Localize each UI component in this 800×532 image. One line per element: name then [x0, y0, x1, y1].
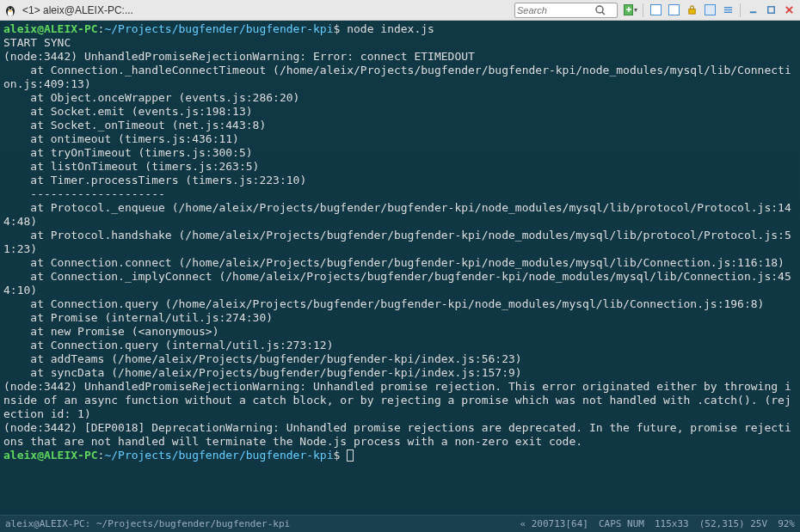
statusbar: aleix@ALEIX-PC: ~/Projects/bugfender/bug… — [0, 515, 800, 532]
new-session-icon[interactable]: ▾ — [623, 3, 638, 18]
output-line: at Connection.query (/home/aleix/Project… — [3, 297, 764, 310]
close-icon[interactable] — [781, 3, 797, 18]
output-line: -------------------- — [3, 187, 165, 200]
cursor — [347, 449, 354, 462]
output-line: at Object.onceWrapper (events.js:286:20) — [3, 91, 299, 104]
toolbar-icons: ▾ — [623, 3, 797, 18]
list-icon[interactable] — [720, 3, 735, 18]
svg-rect-8 — [688, 9, 694, 15]
command: node index.js — [347, 22, 434, 35]
output-line: at Protocol.handshake (/home/aleix/Proje… — [3, 229, 791, 255]
output-line: at Socket.emit (events.js:198:13) — [3, 105, 253, 118]
output-line: at Timer.processTimers (timers.js:223:10… — [3, 174, 306, 187]
prompt-user: aleix@ALEIX-PC — [3, 449, 98, 462]
view-icon[interactable] — [702, 3, 717, 18]
status-size: 115x33 — [655, 518, 689, 529]
output-line: at syncData (/home/aleix/Projects/bugfen… — [3, 366, 522, 379]
paste-icon[interactable] — [666, 3, 681, 18]
output-line: at Connection.connect (/home/aleix/Proje… — [3, 256, 785, 269]
titlebar: <1> aleix@ALEIX-PC:... ▾ — [0, 0, 800, 21]
svg-point-2 — [8, 8, 9, 9]
terminal-output[interactable]: aleix@ALEIX-PC:~/Projects/bugfender/bugf… — [0, 21, 800, 515]
prompt-path: ~/Projects/bugfender/bugfender-kpi — [104, 22, 333, 35]
status-path: aleix@ALEIX-PC: ~/Projects/bugfender/bug… — [5, 518, 520, 529]
output-line: at tryOnTimeout (timers.js:300:5) — [3, 146, 253, 159]
prompt-user: aleix@ALEIX-PC — [3, 22, 98, 35]
search-input[interactable] — [517, 5, 594, 15]
window-title: <1> aleix@ALEIX-PC:... — [22, 4, 133, 16]
svg-line-5 — [602, 12, 605, 15]
search-box[interactable] — [514, 3, 618, 18]
output-line: at addTeams (/home/aleix/Projects/bugfen… — [3, 352, 522, 365]
svg-rect-13 — [767, 7, 773, 13]
lock-icon[interactable] — [684, 3, 699, 18]
search-icon[interactable] — [594, 4, 606, 16]
tux-icon — [3, 3, 17, 17]
status-caps: CAPS NUM — [599, 518, 644, 529]
output-line: at Connection.query (internal/util.js:27… — [3, 339, 334, 352]
output-line: at Connection._handleConnectTimeout (/ho… — [3, 64, 791, 90]
output-line: at new Promise (<anonymous>) — [3, 325, 218, 338]
minimize-icon[interactable] — [745, 3, 760, 18]
status-encoding: « 200713[64] — [520, 518, 588, 529]
output-line: at listOnTimeout (timers.js:263:5) — [3, 160, 259, 173]
output-line: at Protocol._enqueue (/home/aleix/Projec… — [3, 201, 791, 228]
status-percent: 92% — [778, 518, 795, 529]
maximize-icon[interactable] — [763, 3, 778, 18]
output-line: at ontimeout (timers.js:436:11) — [3, 132, 239, 145]
status-position: (52,315) 25V — [699, 518, 767, 529]
output-line: (node:3442) [DEP0018] DeprecationWarning… — [3, 421, 791, 448]
output-line: (node:3442) UnhandledPromiseRejectionWar… — [3, 50, 475, 63]
prompt-path: ~/Projects/bugfender/bugfender-kpi — [104, 449, 333, 462]
copy-icon[interactable] — [648, 3, 663, 18]
output-line: (node:3442) UnhandledPromiseRejectionWar… — [3, 380, 791, 420]
output-line: at Socket._onTimeout (net.js:443:8) — [3, 119, 266, 131]
output-line: at Promise (internal/util.js:274:30) — [3, 311, 273, 324]
output-line: START SYNC — [3, 36, 71, 49]
svg-point-4 — [596, 6, 603, 13]
svg-point-3 — [11, 8, 13, 9]
output-line: at Connection._implyConnect (/home/aleix… — [3, 270, 791, 297]
